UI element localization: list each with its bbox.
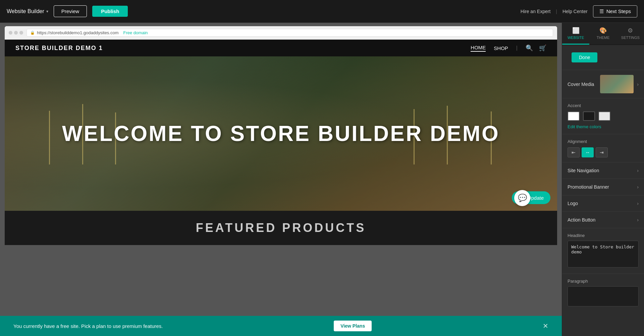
alignment-label: Alignment: [568, 139, 639, 144]
banner-message: You currently have a free site. Pick a p…: [13, 323, 163, 329]
chat-bubble-button[interactable]: 💬: [514, 190, 530, 206]
featured-title: FEATURED PRODUCTS: [15, 221, 547, 235]
cover-media-preview[interactable]: [600, 75, 634, 93]
align-right-button[interactable]: ⇥: [596, 147, 608, 157]
browser-toolbar: 🔒 https://storebuilddemo1.godaddysites.c…: [5, 26, 557, 40]
done-button[interactable]: Done: [572, 52, 597, 62]
promotional-banner-section[interactable]: Promotional Banner ›: [562, 179, 644, 195]
action-button-label: Action Button: [568, 217, 595, 223]
search-icon[interactable]: 🔍: [526, 44, 533, 52]
theme-tab-label: THEME: [597, 36, 610, 40]
site-nav: STORE BUILDER DEMO 1 HOME SHOP | 🔍 🛒: [5, 40, 557, 56]
browser-chrome: 🔒 https://storebuilddemo1.godaddysites.c…: [5, 26, 557, 245]
brand-chevron-icon: ▾: [46, 9, 48, 14]
promotional-banner-chevron-icon: ›: [637, 184, 639, 190]
paragraph-label: Paragraph: [568, 279, 639, 284]
top-bar-left: Website Builder ▾ Preview Publish: [7, 5, 128, 17]
panel-tabs: ⬜ WEBSITE 🎨 THEME ⚙ SETTINGS: [562, 23, 644, 45]
site-navigation-label: Site Navigation: [568, 168, 599, 173]
hire-expert-link[interactable]: Hire an Expert: [521, 9, 550, 14]
cover-media-header[interactable]: Cover Media ›: [562, 70, 644, 98]
top-bar: Website Builder ▾ Preview Publish Hire a…: [0, 0, 644, 23]
bottom-banner: You currently have a free site. Pick a p…: [0, 316, 562, 336]
accent-section: Accent Edit theme colors: [562, 98, 644, 134]
alignment-section: Alignment ⇤ ↔ ⇥: [562, 134, 644, 162]
nav-icons: 🔍 🛒: [526, 44, 546, 52]
canvas-area: 🔒 https://storebuilddemo1.godaddysites.c…: [0, 23, 562, 336]
headline-section: Headline: [562, 228, 644, 274]
steps-icon: ☰: [599, 8, 604, 14]
headline-label: Headline: [568, 233, 639, 238]
browser-dot-yellow: [14, 31, 18, 35]
done-section: Done: [562, 45, 644, 70]
settings-tab-label: SETTINGS: [621, 36, 640, 40]
browser-dot-red: [9, 31, 12, 35]
tab-settings[interactable]: ⚙ SETTINGS: [617, 23, 644, 45]
paragraph-section: Paragraph: [562, 274, 644, 313]
site-navigation-chevron-icon: ›: [637, 168, 639, 173]
address-text: https://storebuilddemo1.godaddysites.com: [37, 30, 119, 35]
help-center-link[interactable]: Help Center: [562, 9, 588, 14]
accent-colors: [568, 111, 639, 121]
site-logo: STORE BUILDER DEMO 1: [15, 45, 103, 52]
view-plans-button[interactable]: View Plans: [334, 321, 372, 331]
website-tab-icon: ⬜: [572, 27, 580, 34]
accent-label: Accent: [568, 103, 639, 108]
accent-swatch-black[interactable]: [583, 111, 595, 121]
tab-theme[interactable]: 🎨 THEME: [589, 23, 616, 45]
brand-title[interactable]: Website Builder ▾: [7, 8, 48, 14]
site-nav-links: HOME SHOP | 🔍 🛒: [471, 44, 546, 52]
next-steps-button[interactable]: ☰ Next Steps: [593, 5, 637, 17]
cover-media-section: Cover Media ›: [562, 70, 644, 98]
site-navigation-section[interactable]: Site Navigation ›: [562, 162, 644, 179]
cover-media-chevron-icon: ›: [637, 82, 639, 87]
preview-button[interactable]: Preview: [54, 5, 87, 17]
top-bar-center: Hire an Expert | Help Center ☰ Next Step…: [521, 5, 637, 17]
next-steps-label: Next Steps: [606, 8, 631, 14]
brand-title-text: Website Builder: [7, 8, 44, 14]
website-tab-label: WEBSITE: [568, 36, 584, 40]
tab-website[interactable]: ⬜ WEBSITE: [562, 23, 589, 45]
logo-section[interactable]: Logo ›: [562, 195, 644, 212]
headline-textarea[interactable]: [568, 241, 639, 268]
publish-button[interactable]: Publish: [92, 6, 128, 17]
divider: |: [556, 9, 557, 14]
align-left-button[interactable]: ⇤: [568, 147, 580, 157]
featured-section: FEATURED PRODUCTS: [5, 211, 557, 245]
hero-title: WELCOME TO STORE BUILDER DEMO: [62, 121, 500, 146]
logo-chevron-icon: ›: [637, 201, 639, 206]
action-button-section[interactable]: Action Button ›: [562, 212, 644, 228]
chat-icon: 💬: [518, 194, 527, 202]
promotional-banner-label: Promotional Banner: [568, 184, 609, 190]
main-layout: 🔒 https://storebuilddemo1.godaddysites.c…: [0, 23, 644, 336]
site-preview: STORE BUILDER DEMO 1 HOME SHOP | 🔍 🛒: [5, 40, 557, 245]
nav-shop-link[interactable]: SHOP: [494, 45, 508, 51]
hero-section[interactable]: WELCOME TO STORE BUILDER DEMO 📷 Update 💬: [5, 56, 557, 211]
edit-theme-link[interactable]: Edit theme colors: [568, 124, 639, 129]
lamp-post: [49, 111, 50, 164]
nav-home-link[interactable]: HOME: [471, 45, 486, 52]
accent-swatch-light[interactable]: [598, 111, 610, 121]
settings-tab-icon: ⚙: [628, 27, 633, 34]
close-banner-icon[interactable]: ✕: [543, 322, 548, 330]
browser-dots: [9, 31, 23, 35]
paragraph-textarea[interactable]: [568, 286, 639, 306]
align-center-button[interactable]: ↔: [582, 147, 594, 157]
browser-address-bar[interactable]: 🔒 https://storebuilddemo1.godaddysites.c…: [26, 29, 553, 37]
theme-tab-icon: 🎨: [599, 27, 607, 34]
browser-dot-green: [19, 31, 23, 35]
cover-media-title: Cover Media: [568, 82, 594, 87]
lock-icon: 🔒: [30, 31, 35, 35]
cover-media-right: ›: [600, 75, 639, 93]
nav-divider: |: [516, 45, 518, 51]
free-domain-link[interactable]: Free domain: [123, 30, 148, 35]
logo-label: Logo: [568, 201, 578, 206]
right-panel: ⬜ WEBSITE 🎨 THEME ⚙ SETTINGS Done Cover …: [562, 23, 644, 336]
cart-icon[interactable]: 🛒: [539, 44, 546, 52]
accent-swatch-white[interactable]: [568, 111, 580, 121]
action-button-chevron-icon: ›: [637, 217, 639, 223]
alignment-buttons: ⇤ ↔ ⇥: [568, 147, 639, 157]
